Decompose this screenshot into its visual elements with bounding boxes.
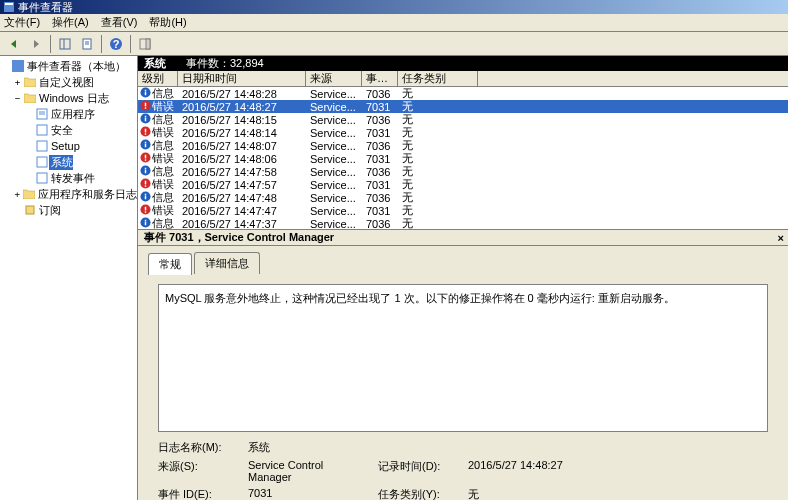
action-pane-button[interactable]	[135, 34, 155, 54]
table-row[interactable]: 错误2016/5/27 14:47:57Service...7031无	[138, 178, 788, 191]
close-icon[interactable]: ×	[778, 232, 784, 244]
tree-windows-logs[interactable]: −Windows 日志	[0, 90, 137, 106]
table-row[interactable]: 信息2016/5/27 14:47:58Service...7036无	[138, 165, 788, 178]
folder-icon	[23, 189, 36, 199]
svg-rect-46	[145, 194, 146, 195]
svg-rect-1	[5, 3, 13, 5]
svg-rect-19	[26, 206, 34, 214]
log-icon	[35, 124, 49, 136]
label-logname: 日志名称(M):	[158, 440, 238, 455]
tree-subscriptions[interactable]: 订阅	[0, 202, 137, 218]
tree-custom-views[interactable]: +自定义视图	[0, 74, 137, 90]
table-row[interactable]: 信息2016/5/27 14:47:48Service...7036无	[138, 191, 788, 204]
svg-rect-34	[145, 142, 146, 143]
menu-help[interactable]: 帮助(H)	[149, 15, 186, 30]
tree-forwarded[interactable]: 转发事件	[0, 170, 137, 186]
value-task: 无	[468, 487, 608, 500]
app-icon	[4, 2, 14, 12]
subscription-icon	[23, 204, 37, 216]
svg-text:?: ?	[113, 38, 120, 50]
svg-rect-43	[145, 185, 146, 186]
svg-rect-27	[145, 118, 146, 122]
event-grid[interactable]: 信息2016/5/27 14:48:28Service...7036无错误201…	[138, 87, 788, 229]
log-icon	[35, 108, 49, 120]
table-row[interactable]: 信息2016/5/27 14:48:15Service...7036无	[138, 113, 788, 126]
separator	[50, 35, 51, 53]
tree-application[interactable]: 应用程序	[0, 106, 137, 122]
col-task[interactable]: 任务类别	[398, 71, 478, 86]
value-logname: 系统	[248, 440, 368, 455]
menu-file[interactable]: 文件(F)	[4, 15, 40, 30]
col-source[interactable]: 来源	[306, 71, 362, 86]
menu-view[interactable]: 查看(V)	[101, 15, 138, 30]
label-source: 来源(S):	[158, 459, 238, 483]
event-message: MySQL 服务意外地终止，这种情况已经出现了 1 次。以下的修正操作将在 0 …	[158, 284, 768, 432]
detail-title-bar: 事件 7031，Service Control Manager ×	[138, 230, 788, 246]
value-source: Service Control Manager	[248, 459, 368, 483]
table-row[interactable]: 错误2016/5/27 14:47:47Service...7031无	[138, 204, 788, 217]
tab-details[interactable]: 详细信息	[194, 252, 260, 274]
folder-open-icon	[23, 93, 37, 103]
nav-tree[interactable]: 事件查看器（本地） +自定义视图 −Windows 日志 应用程序 安全 Set…	[0, 56, 138, 500]
menu-action[interactable]: 操作(A)	[52, 15, 89, 30]
svg-rect-33	[145, 144, 146, 148]
tree-system[interactable]: 系统	[0, 154, 137, 170]
label-eventid: 事件 ID(E):	[158, 487, 238, 500]
breadcrumb-category: 系统	[144, 56, 166, 71]
svg-rect-51	[145, 222, 146, 226]
svg-rect-15	[37, 125, 47, 135]
table-row[interactable]: 信息2016/5/27 14:48:28Service...7036无	[138, 87, 788, 100]
tree-security[interactable]: 安全	[0, 122, 137, 138]
svg-rect-30	[145, 129, 146, 133]
label-logged: 记录时间(D):	[378, 459, 458, 483]
svg-rect-37	[145, 159, 146, 160]
back-button[interactable]	[4, 34, 24, 54]
svg-rect-36	[145, 155, 146, 159]
col-eventid[interactable]: 事…	[362, 71, 398, 86]
log-icon	[35, 140, 49, 152]
info-icon	[140, 217, 151, 229]
log-icon	[35, 156, 49, 168]
table-row[interactable]: 错误2016/5/27 14:48:14Service...7031无	[138, 126, 788, 139]
breadcrumb-bar: 系统 事件数：32,894	[138, 56, 788, 71]
svg-rect-40	[145, 168, 146, 169]
properties-button[interactable]	[77, 34, 97, 54]
svg-rect-2	[60, 39, 70, 49]
toolbar: ?	[0, 32, 788, 56]
svg-rect-28	[145, 116, 146, 117]
svg-rect-45	[145, 196, 146, 200]
window-titlebar: 事件查看器	[0, 0, 788, 14]
value-eventid: 7031	[248, 487, 368, 500]
grid-header: 级别 日期和时间 来源 事… 任务类别	[138, 71, 788, 87]
svg-rect-24	[145, 103, 146, 107]
svg-rect-18	[37, 173, 47, 183]
event-viewer-icon	[11, 60, 25, 72]
table-row[interactable]: 错误2016/5/27 14:48:27Service...7031无	[138, 100, 788, 113]
svg-rect-10	[146, 39, 150, 49]
folder-icon	[23, 77, 37, 87]
tree-app-service-logs[interactable]: +应用程序和服务日志	[0, 186, 137, 202]
svg-rect-16	[37, 141, 47, 151]
svg-rect-21	[145, 92, 146, 96]
window-title: 事件查看器	[18, 0, 73, 14]
help-button[interactable]: ?	[106, 34, 126, 54]
value-logged: 2016/5/27 14:48:27	[468, 459, 608, 483]
tree-root[interactable]: 事件查看器（本地）	[0, 58, 137, 74]
detail-tabs: 常规 详细信息	[138, 246, 788, 274]
svg-rect-49	[145, 211, 146, 212]
separator	[130, 35, 131, 53]
svg-rect-17	[37, 157, 47, 167]
svg-rect-22	[145, 90, 146, 91]
forward-button[interactable]	[26, 34, 46, 54]
tree-setup[interactable]: Setup	[0, 138, 137, 154]
show-hide-button[interactable]	[55, 34, 75, 54]
table-row[interactable]: 信息2016/5/27 14:47:37Service...7036无	[138, 217, 788, 229]
col-level[interactable]: 级别	[138, 71, 178, 86]
table-row[interactable]: 信息2016/5/27 14:48:07Service...7036无	[138, 139, 788, 152]
col-datetime[interactable]: 日期和时间	[178, 71, 306, 86]
svg-rect-42	[145, 181, 146, 185]
detail-title: 事件 7031，Service Control Manager	[144, 230, 334, 245]
tab-general[interactable]: 常规	[148, 253, 192, 275]
log-icon	[35, 172, 49, 184]
table-row[interactable]: 错误2016/5/27 14:48:06Service...7031无	[138, 152, 788, 165]
